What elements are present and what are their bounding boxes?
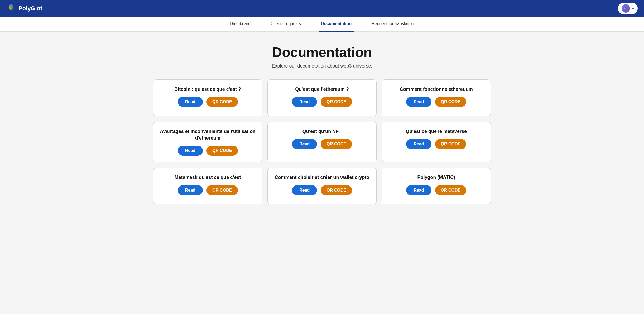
doc-card-title-metamask: Metamask qu'est ce que c'est: [175, 174, 241, 181]
read-button-metamask[interactable]: Read: [178, 185, 203, 195]
doc-grid: Bitcoin : qu'est ce que c'est ? Read QR …: [153, 79, 491, 204]
qr-button-metaverse[interactable]: QR CODE: [435, 139, 467, 149]
doc-card-buttons-avantages: Read QR CODE: [178, 146, 238, 156]
doc-card-buttons-metamask: Read QR CODE: [178, 185, 238, 195]
app-name: PolyGlot: [18, 5, 42, 12]
doc-card-polygon: Polygon (MATIC) Read QR CODE: [382, 168, 491, 204]
doc-card-buttons-nft: Read QR CODE: [292, 139, 352, 149]
tab-request-translation[interactable]: Request for translation: [369, 17, 416, 32]
dropdown-icon: ▾: [632, 6, 634, 11]
read-button-avantages[interactable]: Read: [178, 146, 203, 156]
page-subtitle: Explore our documetation about web3 univ…: [153, 63, 491, 69]
qr-button-ethereum-comment[interactable]: QR CODE: [435, 97, 467, 107]
doc-card-metamask: Metamask qu'est ce que c'est Read QR COD…: [153, 168, 262, 204]
read-button-wallet[interactable]: Read: [292, 185, 317, 195]
doc-card-title-polygon: Polygon (MATIC): [417, 174, 455, 181]
page-title: Documentation: [153, 44, 491, 60]
qr-button-wallet[interactable]: QR CODE: [321, 185, 352, 195]
qr-button-bitcoin[interactable]: QR CODE: [206, 97, 238, 107]
doc-card-nft: Qu'est qu'un NFT Read QR CODE: [267, 122, 376, 162]
user-menu-button[interactable]: ∞ ▾: [618, 3, 638, 14]
tab-documentation[interactable]: Documentation: [319, 17, 354, 32]
qr-button-ethereum-qu[interactable]: QR CODE: [321, 97, 352, 107]
read-button-nft[interactable]: Read: [292, 139, 317, 149]
doc-card-buttons-bitcoin: Read QR CODE: [178, 97, 238, 107]
tab-clients-requests[interactable]: Clients requests: [268, 17, 303, 32]
doc-card-bitcoin: Bitcoin : qu'est ce que c'est ? Read QR …: [153, 79, 262, 116]
read-button-ethereum-comment[interactable]: Read: [406, 97, 431, 107]
doc-card-avantages: Avantages et inconvenients de l'utilisat…: [153, 122, 262, 162]
doc-card-buttons-ethereum-comment: Read QR CODE: [406, 97, 466, 107]
doc-card-title-ethereum-comment: Comment fonctionne ethereuum: [400, 86, 473, 93]
logo-icon: [6, 4, 16, 13]
qr-button-avantages[interactable]: QR CODE: [206, 146, 238, 156]
doc-card-title-ethereum-qu: Qu'est que l'ethereum ?: [295, 86, 349, 93]
doc-card-title-avantages: Avantages et inconvenients de l'utilisat…: [159, 128, 257, 141]
doc-card-buttons-metaverse: Read QR CODE: [406, 139, 466, 149]
read-button-bitcoin[interactable]: Read: [178, 97, 203, 107]
avatar-icon: ∞: [624, 6, 627, 11]
top-nav: Dashboard Clients requests Documentation…: [0, 17, 644, 32]
avatar: ∞: [622, 4, 630, 13]
doc-card-buttons-polygon: Read QR CODE: [406, 185, 466, 195]
doc-card-title-nft: Qu'est qu'un NFT: [302, 128, 342, 135]
read-button-polygon[interactable]: Read: [406, 185, 431, 195]
navbar-right: ∞ ▾: [618, 3, 638, 14]
doc-card-buttons-ethereum-qu: Read QR CODE: [292, 97, 352, 107]
doc-card-buttons-wallet: Read QR CODE: [292, 185, 352, 195]
doc-card-title-metaverse: Qu'est ce que le metaverse: [406, 128, 467, 135]
doc-card-wallet: Comment choisir et créer un wallet crypt…: [267, 168, 376, 204]
main-content: Documentation Explore our documetation a…: [137, 32, 507, 217]
doc-card-ethereum-qu: Qu'est que l'ethereum ? Read QR CODE: [267, 79, 376, 116]
doc-card-title-bitcoin: Bitcoin : qu'est ce que c'est ?: [174, 86, 241, 93]
doc-card-title-wallet: Comment choisir et créer un wallet crypt…: [275, 174, 369, 181]
read-button-metaverse[interactable]: Read: [406, 139, 431, 149]
qr-button-polygon[interactable]: QR CODE: [435, 185, 467, 195]
tab-dashboard[interactable]: Dashboard: [228, 17, 253, 32]
read-button-ethereum-qu[interactable]: Read: [292, 97, 317, 107]
doc-card-metaverse: Qu'est ce que le metaverse Read QR CODE: [382, 122, 491, 162]
logo-link[interactable]: PolyGlot: [6, 4, 42, 13]
qr-button-metamask[interactable]: QR CODE: [206, 185, 238, 195]
qr-button-nft[interactable]: QR CODE: [321, 139, 352, 149]
doc-card-ethereum-comment: Comment fonctionne ethereuum Read QR COD…: [382, 79, 491, 116]
navbar: PolyGlot ∞ ▾: [0, 0, 644, 17]
